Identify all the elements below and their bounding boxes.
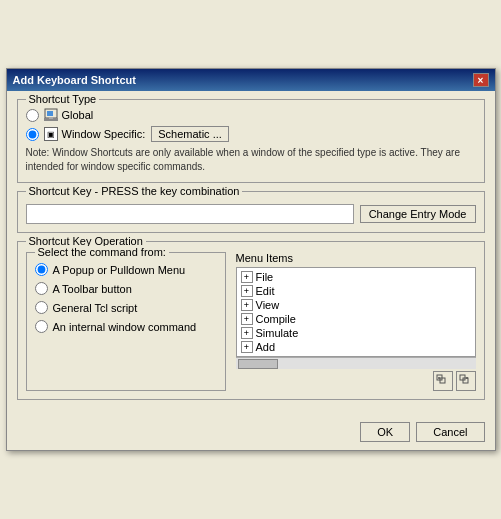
tree-icons-row (236, 371, 476, 391)
expand-compile-icon[interactable]: + (241, 313, 253, 325)
tree-item-edit[interactable]: + Edit (239, 284, 473, 298)
tree-expand-all-button[interactable] (433, 371, 453, 391)
tree-item-file-label: File (256, 271, 274, 283)
command-label-2: General Tcl script (53, 302, 138, 314)
global-radio-row: Global (26, 108, 476, 122)
schematic-button[interactable]: Schematic ... (151, 126, 229, 142)
tree-scrollbar-horizontal[interactable] (236, 357, 476, 369)
command-radio-0[interactable] (35, 263, 48, 276)
shortcut-key-group: Shortcut Key - PRESS the key combination… (17, 191, 485, 233)
command-option-1: A Toolbar button (35, 282, 217, 295)
global-label: Global (62, 109, 94, 121)
command-radio-2[interactable] (35, 301, 48, 314)
change-entry-mode-button[interactable]: Change Entry Mode (360, 205, 476, 223)
close-button[interactable]: × (473, 73, 489, 87)
command-label-1: A Toolbar button (53, 283, 132, 295)
expand-add-icon[interactable]: + (241, 341, 253, 353)
command-option-2: General Tcl script (35, 301, 217, 314)
menu-tree[interactable]: + File + Edit + View + C (236, 267, 476, 357)
expand-all-icon (436, 374, 450, 388)
dialog-body: Shortcut Type Global ▣ Window Specific: … (7, 91, 495, 418)
tree-item-simulate[interactable]: + Simulate (239, 326, 473, 340)
operation-inner: Select the command from: A Popup or Pull… (26, 252, 476, 391)
command-radio-1[interactable] (35, 282, 48, 295)
command-label-0: A Popup or Pulldown Menu (53, 264, 186, 276)
command-select-title: Select the command from: (35, 246, 169, 258)
shortcut-operation-group: Shortcut Key Operation Select the comman… (17, 241, 485, 400)
global-radio[interactable] (26, 109, 39, 122)
global-icon (44, 108, 58, 122)
dialog-title: Add Keyboard Shortcut (13, 74, 136, 86)
command-label-3: An internal window command (53, 321, 197, 333)
cancel-button[interactable]: Cancel (416, 422, 484, 442)
add-keyboard-shortcut-dialog: Add Keyboard Shortcut × Shortcut Type Gl… (6, 68, 496, 451)
tree-item-view-label: View (256, 299, 280, 311)
expand-simulate-icon[interactable]: + (241, 327, 253, 339)
shortcut-key-input[interactable] (26, 204, 354, 224)
shortcut-type-group: Shortcut Type Global ▣ Window Specific: … (17, 99, 485, 183)
command-option-0: A Popup or Pulldown Menu (35, 263, 217, 276)
tree-item-compile[interactable]: + Compile (239, 312, 473, 326)
tree-item-edit-label: Edit (256, 285, 275, 297)
menu-items-label: Menu Items (236, 252, 476, 264)
shortcut-type-label: Shortcut Type (26, 93, 100, 105)
shortcut-input-row: Change Entry Mode (26, 204, 476, 224)
expand-file-icon[interactable]: + (241, 271, 253, 283)
svg-rect-1 (47, 111, 53, 116)
window-specific-label: Window Specific: (62, 128, 146, 140)
shortcut-type-note: Note: Window Shortcuts are only availabl… (26, 146, 476, 174)
tree-item-add[interactable]: + Add (239, 340, 473, 354)
tree-item-simulate-label: Simulate (256, 327, 299, 339)
expand-edit-icon[interactable]: + (241, 285, 253, 297)
tree-item-view[interactable]: + View (239, 298, 473, 312)
ok-button[interactable]: OK (360, 422, 410, 442)
command-radio-3[interactable] (35, 320, 48, 333)
shortcut-key-label: Shortcut Key - PRESS the key combination (26, 185, 243, 197)
command-radio-list: A Popup or Pulldown Menu A Toolbar butto… (35, 263, 217, 333)
tree-collapse-all-button[interactable] (456, 371, 476, 391)
window-specific-radio-row: ▣ Window Specific: Schematic ... (26, 126, 476, 142)
tree-item-compile-label: Compile (256, 313, 296, 325)
command-select-box: Select the command from: A Popup or Pull… (26, 252, 226, 391)
window-icon: ▣ (44, 127, 58, 141)
tree-item-file[interactable]: + File (239, 270, 473, 284)
svg-rect-3 (49, 117, 53, 119)
window-specific-radio[interactable] (26, 128, 39, 141)
collapse-all-icon (459, 374, 473, 388)
command-option-3: An internal window command (35, 320, 217, 333)
menu-items-box: Menu Items + File + Edit + View (236, 252, 476, 391)
dialog-footer: OK Cancel (7, 418, 495, 450)
scrollbar-thumb (238, 359, 278, 369)
expand-view-icon[interactable]: + (241, 299, 253, 311)
tree-item-add-label: Add (256, 341, 276, 353)
title-bar: Add Keyboard Shortcut × (7, 69, 495, 91)
